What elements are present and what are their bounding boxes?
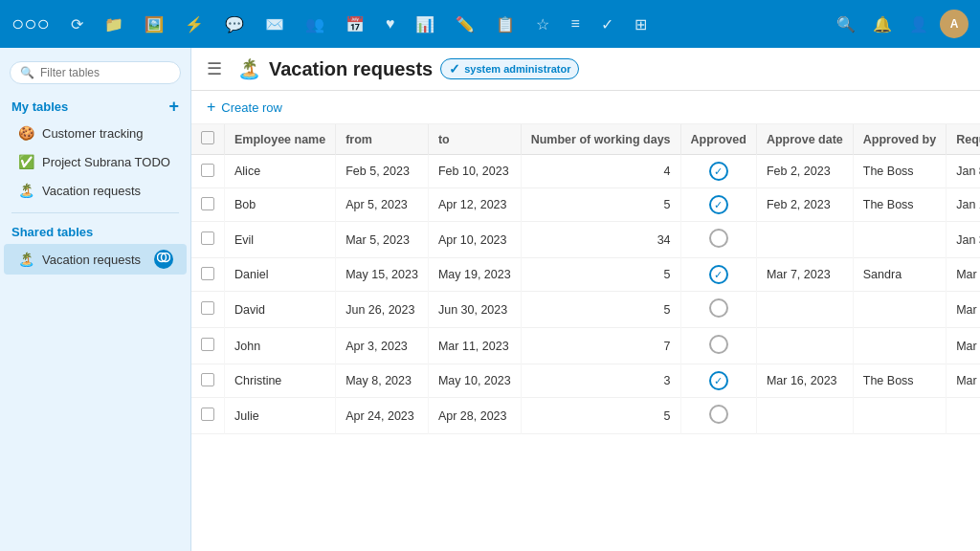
nav-icon-grid[interactable]: ⊞ — [629, 11, 653, 37]
sidebar-divider — [11, 212, 179, 213]
nav-icon-heart[interactable]: ♥ — [380, 11, 401, 36]
table-row: Evil Mar 5, 2023 Apr 10, 2023 34 Jan 30,… — [191, 222, 980, 258]
row-approved-by: The Boss — [853, 364, 946, 398]
row-approved-by: The Boss — [853, 188, 946, 222]
row-checkbox[interactable] — [201, 373, 214, 386]
row-approved — [680, 222, 756, 258]
search-box[interactable]: 🔍 — [10, 61, 181, 84]
row-approved-by: Sandra — [853, 258, 946, 292]
plus-icon: + — [207, 99, 215, 116]
row-checkbox-cell — [191, 155, 225, 188]
vacation-requests-label: Vacation requests — [42, 184, 141, 198]
row-approved-by — [853, 328, 946, 364]
approved-empty-icon — [709, 405, 728, 424]
nav-icon-chart[interactable]: 📊 — [410, 11, 440, 37]
nav-icon-edit[interactable]: ✏️ — [450, 11, 480, 37]
table-body: Alice Feb 5, 2023 Feb 10, 2023 4 ✓ Feb 2… — [191, 155, 980, 434]
row-checkbox[interactable] — [201, 267, 214, 280]
row-checkbox[interactable] — [201, 338, 214, 351]
th-approved: Approved — [680, 124, 756, 155]
row-days: 34 — [521, 222, 680, 258]
row-employee: John — [225, 328, 336, 364]
row-approve-date: Mar 16, 2023 — [756, 364, 853, 398]
row-checkbox[interactable] — [201, 164, 214, 177]
nav-icon-star[interactable]: ☆ — [530, 11, 555, 37]
nav-icon-folder[interactable]: 📁 — [99, 11, 129, 37]
row-checkbox[interactable] — [201, 408, 214, 421]
menu-icon[interactable]: ☰ — [207, 58, 222, 79]
row-checkbox[interactable] — [201, 197, 214, 210]
row-approve-date: Feb 2, 2023 — [756, 155, 853, 188]
row-approved-by: The Boss — [853, 155, 946, 188]
select-all-checkbox[interactable] — [201, 131, 214, 144]
add-table-button[interactable]: + — [168, 98, 179, 115]
row-from: May 8, 2023 — [336, 364, 429, 398]
th-approved-by: Approved by — [853, 124, 946, 155]
content-header: ☰ 🏝️ Vacation requests ✓ system administ… — [191, 48, 980, 91]
nav-right: 🔍 🔔 👤 A — [831, 10, 969, 38]
search-icon[interactable]: 🔍 — [831, 11, 861, 37]
nav-icon-image[interactable]: 🖼️ — [139, 11, 169, 37]
row-employee: Alice — [225, 155, 336, 188]
th-days: Number of working days — [521, 124, 680, 155]
customer-tracking-icon: 🍪 — [17, 125, 34, 141]
project-subrana-icon: ✅ — [17, 154, 34, 169]
sidebar-item-customer-tracking[interactable]: 🍪 Customer tracking — [4, 120, 187, 146]
row-checkbox-cell — [191, 258, 225, 292]
row-approved: ✓ — [680, 258, 756, 292]
row-checkbox[interactable] — [201, 301, 214, 315]
row-days: 5 — [521, 292, 680, 328]
search-input[interactable] — [40, 66, 170, 79]
approved-empty-icon — [709, 335, 728, 354]
app-logo[interactable]: ○○○ — [11, 11, 50, 36]
sidebar-item-shared-vacation[interactable]: 🏝️ Vacation requests — [4, 244, 187, 275]
th-to: to — [428, 124, 521, 155]
row-checkbox[interactable] — [201, 231, 214, 245]
sidebar-item-vacation-requests[interactable]: 🏝️ Vacation requests — [4, 177, 187, 204]
nav-icon-clipboard[interactable]: 📋 — [490, 11, 521, 37]
row-days: 4 — [521, 155, 680, 188]
vacation-requests-icon: 🏝️ — [17, 183, 34, 198]
create-row-button[interactable]: + Create row — [191, 91, 980, 124]
search-icon: 🔍 — [20, 66, 34, 79]
row-approved: ✓ — [680, 364, 756, 398]
table-row: Bob Apr 5, 2023 Apr 12, 2023 5 ✓ Feb 2, … — [191, 188, 980, 222]
row-approved — [680, 328, 756, 364]
table-row: Julie Apr 24, 2023 Apr 28, 2023 5 Days o… — [191, 398, 980, 434]
row-approve-date — [756, 398, 853, 434]
row-request-date: Jan 8, 2023 — [947, 155, 980, 188]
row-days: 5 — [521, 258, 680, 292]
row-approve-date — [756, 222, 853, 258]
title-icon: 🏝️ — [237, 57, 261, 80]
row-approve-date — [756, 328, 853, 364]
my-tables-label: My tables — [11, 99, 68, 114]
row-approved-by — [853, 398, 946, 434]
row-to: Mar 11, 2023 — [428, 328, 521, 364]
nav-icon-mail[interactable]: ✉️ — [259, 11, 290, 37]
table-row: John Apr 3, 2023 Mar 11, 2023 7 Mar 15, … — [191, 328, 980, 364]
nav-icon-check[interactable]: ✓ — [595, 11, 619, 37]
row-checkbox-cell — [191, 364, 225, 398]
nav-icon-activity[interactable]: ⚡ — [179, 11, 210, 37]
bell-icon[interactable]: 🔔 — [867, 11, 898, 37]
nav-icon-calendar[interactable]: 📅 — [340, 11, 370, 37]
my-tables-header: My tables + — [0, 94, 190, 119]
row-approved — [680, 292, 756, 328]
data-table-container: Employee name from to Number of working … — [191, 124, 980, 551]
table-header-row: Employee name from to Number of working … — [191, 124, 980, 155]
th-request-date: Request date — [947, 124, 980, 155]
row-employee: Evil — [225, 222, 336, 258]
row-approve-date — [756, 292, 853, 328]
row-days: 5 — [521, 188, 680, 222]
nav-icon-list[interactable]: ≡ — [565, 11, 585, 36]
nav-icon-chat[interactable]: 💬 — [219, 11, 250, 37]
row-request-date: Mar 6, 2023 — [947, 364, 980, 398]
sidebar-item-project-subrana[interactable]: ✅ Project Subrana TODO — [4, 148, 187, 175]
avatar[interactable]: A — [940, 10, 969, 38]
row-from: Mar 5, 2023 — [336, 222, 429, 258]
row-approve-date: Feb 2, 2023 — [756, 188, 853, 222]
nav-icon-refresh[interactable]: ⟳ — [65, 11, 89, 37]
nav-icon-contacts[interactable]: 👥 — [300, 11, 330, 37]
user-icon[interactable]: 👤 — [903, 11, 934, 37]
row-request-date — [947, 398, 980, 434]
